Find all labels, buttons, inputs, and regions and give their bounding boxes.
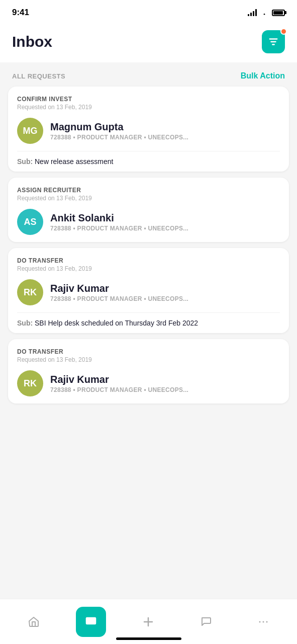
- bottom-nav: [0, 599, 297, 644]
- card-date: Requested on 13 Feb, 2019: [17, 104, 280, 111]
- wifi-icon: [260, 8, 269, 17]
- header: Inbox path{fill:none;stroke:#fff;stroke-…: [0, 25, 297, 62]
- signal-icon: [248, 9, 257, 16]
- cards-container: CONFIRM INVEST Requested on 13 Feb, 2019…: [0, 87, 297, 459]
- card-date: Requested on 13 Feb, 2019: [17, 195, 280, 202]
- page-title: Inbox: [12, 33, 52, 50]
- filter-icon: path{fill:none;stroke:#fff;stroke-width:…: [268, 36, 279, 47]
- svg-point-3: [259, 621, 260, 622]
- sub-label: Sub:: [17, 157, 33, 166]
- status-time: 9:41: [12, 8, 29, 18]
- sub-label: Sub:: [17, 319, 33, 327]
- card-action-label: DO TRANSFER: [17, 257, 280, 264]
- section-header: ALL REQUESTS Bulk Action: [0, 62, 297, 87]
- card-assign-recruiter[interactable]: ASSIGN RECRUITER Requested on 13 Feb, 20…: [8, 178, 289, 242]
- card-action-label: ASSIGN RECRUITER: [17, 187, 280, 194]
- card-confirm-invest[interactable]: CONFIRM INVEST Requested on 13 Feb, 2019…: [8, 87, 289, 172]
- avatar: RK: [17, 279, 43, 305]
- status-icons: [248, 8, 285, 17]
- home-icon: [27, 615, 40, 628]
- card-person: AS Ankit Solanki 728388 • PRODUCT MANAGE…: [17, 209, 280, 235]
- svg-point-0: [264, 14, 265, 15]
- nav-item-inbox[interactable]: [76, 607, 106, 637]
- filter-button-wrapper: path{fill:none;stroke:#fff;stroke-width:…: [262, 30, 285, 53]
- avatar: RK: [17, 370, 43, 396]
- avatar: MG: [17, 118, 43, 144]
- card-do-transfer-2[interactable]: DO TRANSFER Requested on 13 Feb, 2019 RK…: [8, 339, 289, 404]
- bulk-action-button[interactable]: Bulk Action: [241, 71, 285, 80]
- nav-item-more[interactable]: [248, 607, 278, 637]
- avatar: AS: [17, 209, 43, 235]
- person-name: Rajiv Kumar: [50, 374, 188, 385]
- section-title: ALL REQUESTS: [12, 72, 65, 80]
- person-info: Ankit Solanki 728388 • PRODUCT MANAGER •…: [50, 212, 188, 232]
- status-bar: 9:41: [0, 0, 297, 25]
- sub-value: New release assessment: [35, 157, 113, 166]
- chat-icon: [200, 615, 213, 628]
- card-person: RK Rajiv Kumar 728388 • PRODUCT MANAGER …: [17, 370, 280, 396]
- home-indicator: [116, 637, 181, 640]
- nav-item-add[interactable]: [133, 607, 163, 637]
- svg-point-4: [262, 621, 264, 622]
- nav-item-home[interactable]: [19, 607, 49, 637]
- person-info: Rajiv Kumar 728388 • PRODUCT MANAGER • U…: [50, 374, 188, 393]
- battery-icon: [272, 10, 285, 16]
- card-sub: Sub: New release assessment: [17, 151, 280, 172]
- sub-value: SBI Help desk scheduled on Thursday 3rd …: [35, 319, 198, 327]
- person-name: Ankit Solanki: [50, 212, 188, 224]
- person-meta: 728388 • PRODUCT MANAGER • UNEECOPS...: [50, 386, 188, 393]
- person-meta: 728388 • PRODUCT MANAGER • UNEECOPS...: [50, 134, 188, 141]
- inbox-icon: [84, 615, 97, 628]
- card-person: MG Magnum Gupta 728388 • PRODUCT MANAGER…: [17, 118, 280, 144]
- card-date: Requested on 13 Feb, 2019: [17, 265, 280, 272]
- person-name: Rajiv Kumar: [50, 283, 188, 294]
- card-action-label: CONFIRM INVEST: [17, 96, 280, 103]
- card-do-transfer-1[interactable]: DO TRANSFER Requested on 13 Feb, 2019 RK…: [8, 248, 289, 333]
- person-info: Magnum Gupta 728388 • PRODUCT MANAGER • …: [50, 121, 188, 141]
- card-action-label: DO TRANSFER: [17, 348, 280, 355]
- notification-badge: [280, 28, 287, 35]
- person-meta: 728388 • PRODUCT MANAGER • UNEECOPS...: [50, 295, 188, 302]
- person-info: Rajiv Kumar 728388 • PRODUCT MANAGER • U…: [50, 283, 188, 302]
- more-icon: [257, 615, 270, 628]
- card-date: Requested on 13 Feb, 2019: [17, 356, 280, 363]
- person-name: Magnum Gupta: [50, 121, 188, 133]
- card-person: RK Rajiv Kumar 728388 • PRODUCT MANAGER …: [17, 279, 280, 305]
- svg-point-5: [266, 621, 267, 622]
- plus-icon: [142, 615, 155, 628]
- nav-item-chat[interactable]: [191, 607, 221, 637]
- card-sub: Sub: SBI Help desk scheduled on Thursday…: [17, 312, 280, 333]
- person-meta: 728388 • PRODUCT MANAGER • UNEECOPS...: [50, 225, 188, 232]
